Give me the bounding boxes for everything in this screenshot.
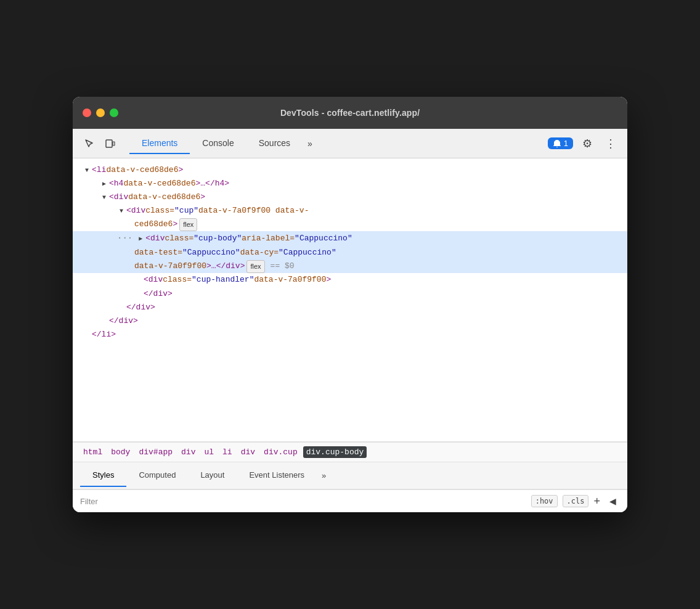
window-title: DevTools - coffee-cart.netlify.app/ [280,108,420,118]
dom-line[interactable]: ced68de6 > flex [73,218,627,231]
triangle-icon[interactable] [117,206,126,216]
maximize-button[interactable] [110,108,118,117]
dom-line-selected-cont2[interactable]: data-v-7a0f9f00 > … </div > flex == $0 [73,260,627,273]
tab-event-listeners[interactable]: Event Listeners [237,464,317,487]
dom-line[interactable]: </li > [73,328,627,341]
dom-line[interactable]: <div class="cup-handler" data-v-7a0f9f00… [73,273,627,287]
dom-line[interactable]: </div > [73,287,627,301]
more-options-button[interactable]: ⋮ [601,134,620,153]
dom-line[interactable]: <li data-v-ced68de6 > [73,163,627,177]
traffic-lights [83,108,118,117]
dom-line[interactable]: <h4 data-v-ced68de6 > … </h4 > [73,177,627,190]
notification-count: 1 [564,139,568,148]
dom-line[interactable]: </div > [73,314,627,328]
dom-line-selected-cont[interactable]: data-test="Cappuccino" data-cy="Cappucci… [73,246,627,260]
device-button[interactable] [101,134,120,153]
breadcrumb-item[interactable]: li [219,446,235,458]
dom-line[interactable]: <div class="cup" data-v-7a0f9f00 data-v- [73,204,627,218]
panel-tabs-more-button[interactable]: » [317,465,331,486]
flex-badge[interactable]: flex [179,218,197,231]
main-tabs: Elements Console Sources » [129,133,545,154]
breadcrumb: html body div#app div ul li div div.cup … [73,442,627,462]
dom-line[interactable]: <div data-v-ced68de6 > [73,190,627,204]
tab-sources[interactable]: Sources [246,133,303,154]
filter-input[interactable] [80,497,526,506]
add-style-button[interactable]: + [593,496,600,507]
svg-rect-0 [106,140,112,147]
tab-computed[interactable]: Computed [126,464,188,487]
breadcrumb-item[interactable]: div [178,446,198,458]
cls-button[interactable]: .cls [563,495,589,507]
triangle-icon[interactable] [100,192,108,203]
notification-badge[interactable]: 1 [548,137,573,149]
titlebar: DevTools - coffee-cart.netlify.app/ [73,97,627,129]
breadcrumb-item[interactable]: html [80,446,105,458]
breadcrumb-item[interactable]: ul [201,446,217,458]
triangle-icon[interactable] [100,179,108,189]
toggle-sidebar-button[interactable]: ◀ [605,494,620,509]
devtools-window: DevTools - coffee-cart.netlify.app/ Elem… [73,97,627,512]
breadcrumb-item[interactable]: div [238,446,258,458]
triangle-icon[interactable] [83,165,91,176]
tab-layout[interactable]: Layout [188,464,237,487]
dom-line-selected[interactable]: ··· <div class="cup-body" aria-label="Ca… [73,231,627,246]
toolbar-icons [80,134,120,153]
filter-bar: :hov .cls + ◀ [73,489,627,512]
dom-line[interactable]: </div > [73,301,627,314]
panel-tabs: Styles Computed Layout Event Listeners » [73,462,627,489]
breadcrumb-item[interactable]: body [108,446,133,458]
dots-indicator: ··· [117,231,132,246]
toolbar: Elements Console Sources » 1 ⚙ ⋮ [73,129,627,158]
breadcrumb-item-active[interactable]: div.cup-body [303,446,367,458]
settings-button[interactable]: ⚙ [578,134,596,153]
breadcrumb-item[interactable]: div.cup [261,446,301,458]
triangle-icon[interactable] [136,234,145,244]
tabs-more-button[interactable]: » [303,134,317,153]
flex-badge[interactable]: flex [246,260,264,273]
close-button[interactable] [83,108,91,117]
toolbar-right: 1 ⚙ ⋮ [548,134,620,153]
hov-button[interactable]: :hov [531,495,558,507]
svg-rect-1 [113,142,115,145]
tab-console[interactable]: Console [190,133,246,154]
minimize-button[interactable] [96,108,105,117]
dom-panel: <li data-v-ced68de6 > <h4 data-v-ced68de… [73,158,627,442]
breadcrumb-item[interactable]: div#app [136,446,176,458]
tab-elements[interactable]: Elements [129,133,190,154]
tab-styles[interactable]: Styles [80,464,126,487]
inspect-button[interactable] [80,134,99,153]
